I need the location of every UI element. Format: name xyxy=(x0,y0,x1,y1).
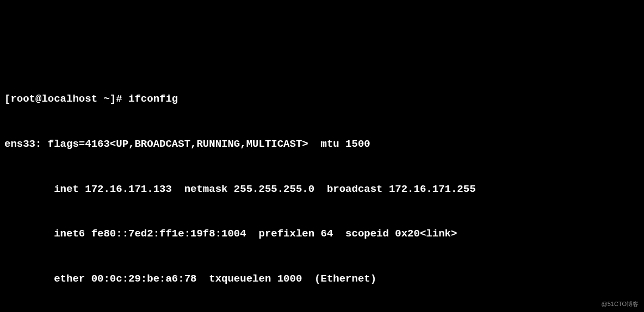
iface-header: ens33: flags=4163<UP,BROADCAST,RUNNING,M… xyxy=(4,137,640,152)
iface-line: inet 172.16.171.133 netmask 255.255.255.… xyxy=(4,182,640,197)
watermark: @51CTO博客 xyxy=(602,300,639,309)
iface-line: inet6 fe80::7ed2:ff1e:19f8:1004 prefixle… xyxy=(4,227,640,242)
terminal-output[interactable]: [root@localhost ~]# ifconfig ens33: flag… xyxy=(4,62,640,312)
command-prompt: [root@localhost ~]# ifconfig xyxy=(4,92,640,107)
iface-line: ether 00:0c:29:be:a6:78 txqueuelen 1000 … xyxy=(4,272,640,287)
